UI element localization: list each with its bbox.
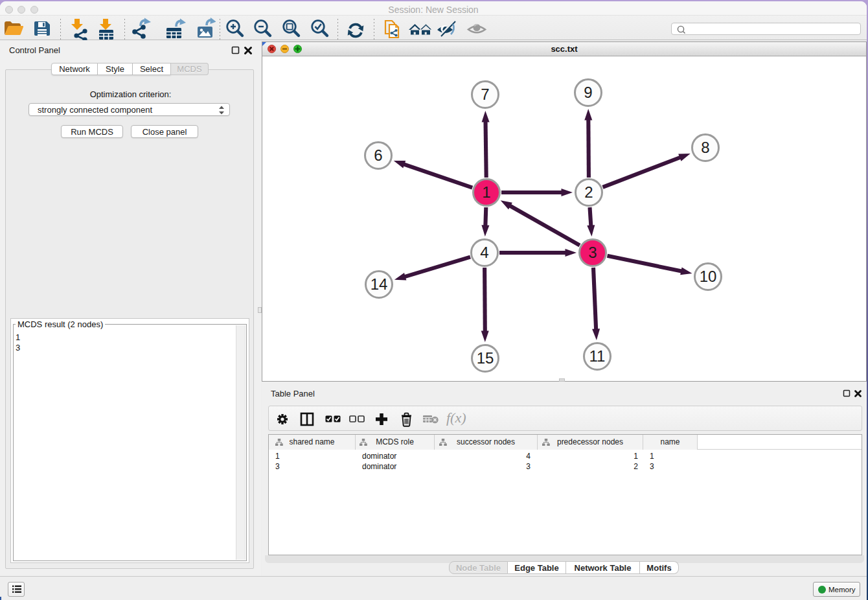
svg-text:6: 6 bbox=[374, 146, 382, 164]
svg-text:14: 14 bbox=[371, 275, 388, 293]
svg-text:1: 1 bbox=[482, 183, 490, 201]
svg-text:4: 4 bbox=[480, 244, 488, 261]
svg-text:11: 11 bbox=[589, 347, 606, 365]
svg-text:2: 2 bbox=[584, 183, 593, 201]
svg-text:3: 3 bbox=[588, 244, 597, 261]
svg-text:7: 7 bbox=[481, 86, 489, 103]
svg-text:15: 15 bbox=[477, 349, 494, 367]
svg-text:9: 9 bbox=[584, 84, 592, 101]
svg-text:10: 10 bbox=[700, 268, 717, 285]
svg-text:8: 8 bbox=[701, 139, 709, 156]
